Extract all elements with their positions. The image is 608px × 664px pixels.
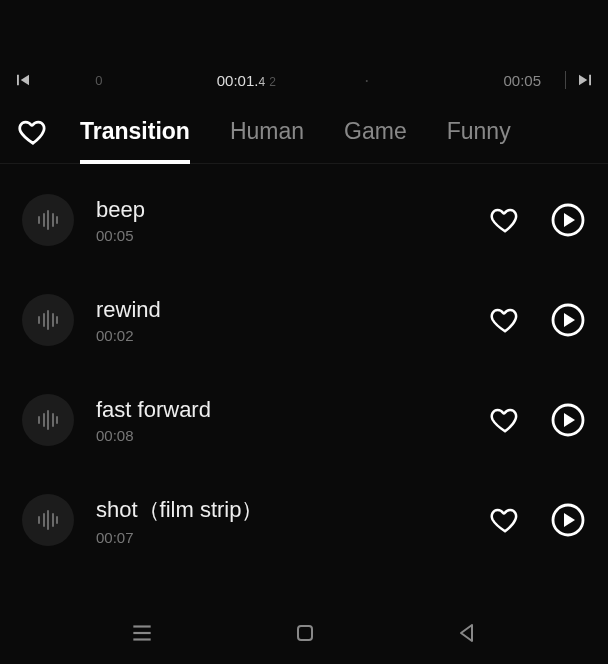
heart-icon <box>490 405 520 435</box>
tab-game[interactable]: Game <box>344 100 407 164</box>
timeline-bar: 0 00:01.42 · 00:05 <box>0 60 608 100</box>
tab-label: Transition <box>80 118 190 145</box>
waveform-icon <box>38 410 58 430</box>
sound-list: beep 00:05 rewind 00:02 <box>0 164 608 570</box>
play-button[interactable] <box>550 402 586 438</box>
back-button[interactable] <box>455 621 479 645</box>
recent-apps-button[interactable] <box>129 620 155 646</box>
tab-label: Game <box>344 118 407 145</box>
heart-icon <box>490 305 520 335</box>
favorites-tab-button[interactable] <box>18 117 48 147</box>
play-circle-icon <box>550 402 586 438</box>
sound-duration: 00:02 <box>96 327 460 344</box>
top-spacer <box>0 0 608 60</box>
list-item[interactable]: rewind 00:02 <box>0 270 608 370</box>
list-item[interactable]: shot（film strip） 00:07 <box>0 470 608 570</box>
back-triangle-icon <box>455 621 479 645</box>
play-button[interactable] <box>550 302 586 338</box>
play-circle-icon <box>550 502 586 538</box>
play-button[interactable] <box>550 202 586 238</box>
favorite-button[interactable] <box>490 305 520 335</box>
play-button[interactable] <box>550 502 586 538</box>
home-button[interactable] <box>293 621 317 645</box>
waveform-icon <box>38 210 58 230</box>
sound-thumb <box>22 394 74 446</box>
timeline-current-time: 00:01.42 <box>166 72 327 89</box>
tab-label: Human <box>230 118 304 145</box>
play-circle-icon <box>550 202 586 238</box>
sound-thumb <box>22 294 74 346</box>
next-track-button[interactable] <box>576 71 594 89</box>
sound-title: rewind <box>96 297 460 323</box>
tab-transition[interactable]: Transition <box>80 100 190 164</box>
timeline-zero-mark: 0 <box>32 73 166 88</box>
waveform-icon <box>38 310 58 330</box>
tabs-row: Transition Human Game Funny <box>0 100 608 164</box>
skip-previous-icon <box>14 71 32 89</box>
list-item[interactable]: fast forward 00:08 <box>0 370 608 470</box>
svg-rect-0 <box>17 75 19 86</box>
favorite-button[interactable] <box>490 505 520 535</box>
timeline-separator <box>565 71 566 89</box>
sound-duration: 00:08 <box>96 427 460 444</box>
favorite-button[interactable] <box>490 205 520 235</box>
sound-thumb <box>22 494 74 546</box>
item-text: rewind 00:02 <box>96 297 460 344</box>
sound-duration: 00:07 <box>96 529 460 546</box>
favorite-button[interactable] <box>490 405 520 435</box>
sound-duration: 00:05 <box>96 227 460 244</box>
prev-track-button[interactable] <box>14 71 32 89</box>
play-circle-icon <box>550 302 586 338</box>
item-text: fast forward 00:08 <box>96 397 460 444</box>
heart-icon <box>18 117 48 147</box>
menu-icon <box>129 620 155 646</box>
item-text: shot（film strip） 00:07 <box>96 495 460 546</box>
timeline-dot: · <box>327 70 407 91</box>
tab-funny[interactable]: Funny <box>447 100 511 164</box>
sound-title: shot（film strip） <box>96 495 460 525</box>
svg-rect-9 <box>298 626 312 640</box>
tab-human[interactable]: Human <box>230 100 304 164</box>
list-item[interactable]: beep 00:05 <box>0 170 608 270</box>
heart-icon <box>490 505 520 535</box>
heart-icon <box>490 205 520 235</box>
waveform-icon <box>38 510 58 530</box>
item-text: beep 00:05 <box>96 197 460 244</box>
sound-thumb <box>22 194 74 246</box>
sound-title: fast forward <box>96 397 460 423</box>
sound-title: beep <box>96 197 460 223</box>
system-nav-bar <box>0 602 608 664</box>
tab-label: Funny <box>447 118 511 145</box>
timeline-end-time: 00:05 <box>407 72 541 89</box>
svg-rect-1 <box>589 75 591 86</box>
square-icon <box>293 621 317 645</box>
skip-next-icon <box>576 71 594 89</box>
